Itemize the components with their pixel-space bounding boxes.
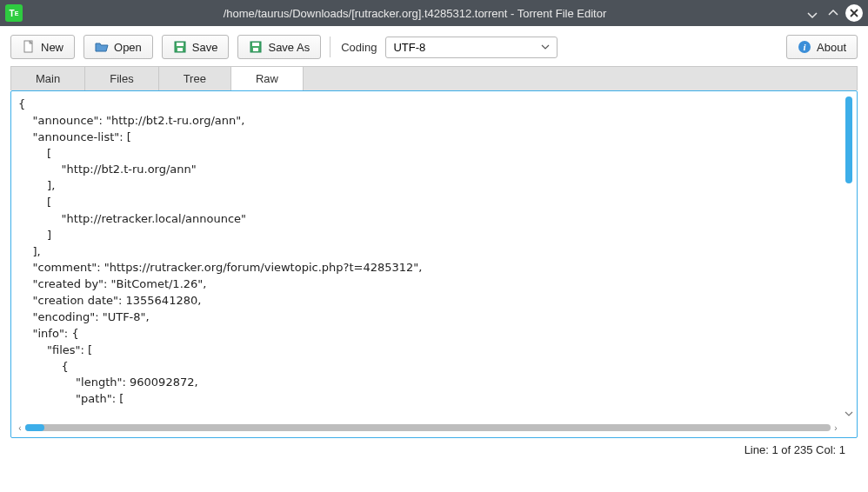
toolbar: New Open Save Save As Coding UTF-8 i Abo…: [10, 35, 858, 59]
about-button[interactable]: i About: [786, 35, 858, 59]
chevron-down-icon: [541, 43, 550, 51]
save-button[interactable]: Save: [162, 35, 230, 59]
app-icon: TE: [5, 4, 23, 22]
open-folder-icon: [95, 40, 109, 54]
separator: [330, 37, 331, 57]
vscroll-thumb[interactable]: [845, 96, 852, 183]
new-label: New: [41, 41, 63, 54]
vertical-scrollbar[interactable]: [843, 95, 855, 418]
close-button[interactable]: [845, 4, 863, 22]
coding-select[interactable]: UTF-8: [385, 37, 558, 58]
svg-rect-2: [177, 43, 184, 46]
horizontal-scrollbar[interactable]: ‹ ›: [15, 422, 841, 434]
tab-files[interactable]: Files: [85, 67, 158, 90]
hscroll-track[interactable]: [25, 424, 831, 431]
save-as-icon: [249, 40, 263, 54]
minimize-button[interactable]: [804, 4, 821, 22]
raw-editor-container: { "announce": "http://bt2.t-ru.org/ann",…: [10, 90, 858, 438]
raw-editor[interactable]: { "announce": "http://bt2.t-ru.org/ann",…: [15, 95, 853, 406]
scroll-right-icon[interactable]: ›: [831, 423, 841, 433]
save-label: Save: [192, 41, 218, 54]
tab-main[interactable]: Main: [11, 67, 85, 90]
status-bar: Line: 1 of 235 Col: 1: [10, 438, 858, 456]
titlebar: TE /home/taurus/Downloads/[rutracker.org…: [0, 0, 868, 26]
tab-bar: Main Files Tree Raw: [10, 66, 858, 90]
tab-tree[interactable]: Tree: [159, 67, 231, 90]
svg-rect-3: [177, 48, 183, 51]
scroll-left-icon[interactable]: ‹: [15, 423, 25, 433]
save-as-button[interactable]: Save As: [237, 35, 321, 59]
coding-label: Coding: [341, 41, 377, 54]
save-as-label: Save As: [268, 41, 310, 54]
new-file-icon: [22, 40, 36, 54]
hscroll-thumb[interactable]: [25, 424, 44, 431]
info-icon: i: [798, 40, 811, 54]
save-icon: [173, 40, 187, 54]
open-button[interactable]: Open: [83, 35, 153, 59]
coding-value: UTF-8: [393, 41, 425, 54]
new-button[interactable]: New: [10, 35, 75, 59]
tab-raw[interactable]: Raw: [231, 67, 304, 90]
window-title: /home/taurus/Downloads/[rutracker.org].t…: [30, 7, 800, 20]
maximize-button[interactable]: [825, 4, 842, 22]
about-label: About: [817, 41, 846, 54]
open-label: Open: [114, 41, 142, 54]
scroll-down-icon[interactable]: [845, 409, 853, 418]
svg-rect-6: [253, 48, 258, 51]
svg-rect-5: [252, 43, 259, 46]
